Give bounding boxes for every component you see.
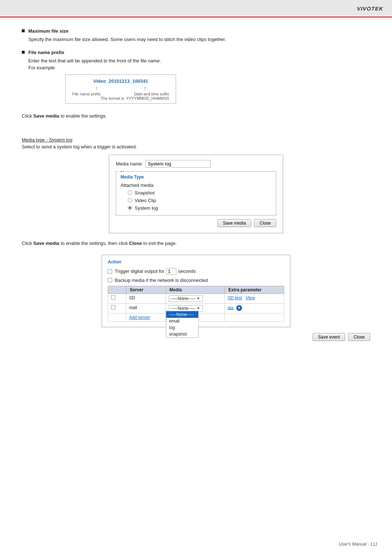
trigger-checkbox[interactable]: [108, 269, 112, 274]
mail-server-cell: mail: [126, 303, 166, 313]
action-legend: Action: [108, 259, 284, 264]
info-icon[interactable]: ▼: [236, 305, 242, 311]
save-event-button[interactable]: Save event: [313, 333, 345, 341]
arrow-up-right: ↑: [144, 85, 146, 91]
file-name-prefix-title: File name prefix: [28, 50, 64, 55]
save-instruction-1: Click Save media to enable the settings.: [22, 113, 370, 119]
action-box: Action Trigger digital output for second…: [102, 255, 290, 327]
media-type-desc: Select to send a system log when a trigg…: [22, 144, 370, 149]
media-type-fieldset: — Media Type Attached media: Snapshot Vi…: [116, 171, 276, 216]
brand-logo: VIVOTEK: [357, 5, 383, 12]
trigger-input[interactable]: [166, 268, 176, 275]
fieldset-title: Media Type: [121, 175, 271, 180]
sd-media-value: -----None-----: [171, 296, 196, 301]
radio-snapshot[interactable]: [128, 190, 132, 195]
max-file-size-section: Maximum file size Specify the maximum fi…: [22, 28, 370, 43]
trigger-label: Trigger digital output for: [115, 268, 164, 274]
media-type-section: Media type - System log Select to send a…: [22, 137, 370, 149]
footer-text: User's Manual - 111: [339, 542, 377, 547]
radio-snapshot-label: Snapshot: [135, 190, 155, 196]
header: VIVOTEK: [0, 0, 392, 17]
col-server: Server: [126, 286, 166, 294]
table-header-row: Server Media Extra parameter: [108, 286, 284, 294]
arrow-up-left: ↑: [95, 85, 98, 91]
radio-systemlog[interactable]: [128, 206, 132, 210]
trigger-row: Trigger digital output for seconds: [108, 268, 284, 275]
example-filename: Video_20101213_100341: [72, 78, 169, 84]
trigger-unit: seconds: [178, 268, 196, 274]
media-name-label: Media name:: [116, 161, 143, 167]
dropdown-email-option[interactable]: email: [166, 318, 198, 324]
mail-select-arrow: ▼: [196, 306, 200, 310]
sd-server-cell: SD: [126, 294, 166, 303]
radio-videoclip[interactable]: [128, 198, 132, 202]
bullet-icon: [22, 51, 25, 54]
sd-select-arrow: ▼: [196, 296, 200, 300]
backup-label: Backup media if the network is disconnec…: [115, 278, 208, 283]
mail-media-cell: -----None----- ▼ -----None----- email lo…: [166, 303, 224, 313]
sd-check-cell: [108, 294, 126, 303]
media-name-row: Media name:: [116, 160, 276, 168]
sd-checkbox[interactable]: [111, 295, 115, 300]
bullet-icon: [22, 29, 25, 32]
file-name-prefix-desc1: Enter the text that will be appended to …: [28, 57, 370, 65]
label-file-name-prefix: File name prefix: [72, 92, 101, 100]
footer: User's Manual - 111: [339, 542, 377, 547]
save-media-bold-2: Save media: [33, 241, 60, 246]
backup-row: Backup media if the network is disconnec…: [108, 278, 284, 283]
mail-check-cell: [108, 303, 126, 313]
label-date-time-suffix: Date and time suffixThe format is: YYYYM…: [101, 92, 169, 100]
dialog-close-button[interactable]: Close: [254, 219, 276, 227]
dropdown-snapshot-option[interactable]: snapshot: [166, 331, 198, 337]
content: Maximum file size Specify the maximum fi…: [0, 17, 392, 356]
dialog-buttons: Save media Close: [116, 219, 276, 227]
sd-media-select[interactable]: -----None----- ▼: [169, 295, 203, 302]
save-instruction-text: to enable the settings.: [61, 113, 107, 119]
file-name-prefix-bullet: File name prefix: [22, 50, 370, 55]
close-bold: Close: [129, 241, 142, 246]
file-name-prefix-desc2: For example:: [28, 64, 370, 71]
dropdown-none-option[interactable]: -----None-----: [166, 311, 198, 318]
sd-media-cell: -----None----- ▼: [166, 294, 224, 303]
radio-snapshot-row: Snapshot: [128, 190, 271, 196]
action-table: Server Media Extra parameter SD: [108, 286, 284, 322]
example-box: Video_20101213_100341 ↑ ↑ File name pref…: [65, 74, 176, 104]
max-file-size-title: Maximum file size: [28, 28, 69, 34]
save-media-bold-1: Save media: [33, 113, 60, 119]
example-arrows: ↑ ↑: [72, 85, 169, 91]
example-labels: File name prefix Date and time suffixThe…: [72, 92, 169, 100]
sd-view-link[interactable]: View: [246, 295, 255, 300]
media-name-input[interactable]: [145, 160, 211, 168]
radio-systemlog-label: System log: [135, 205, 158, 211]
add-server-cell: Add server: [126, 313, 166, 321]
sd-test-link[interactable]: SD test: [228, 295, 242, 300]
backup-checkbox[interactable]: [108, 278, 112, 282]
save-close-instruction: Click Save media to enable the settings,…: [22, 241, 370, 246]
file-name-prefix-section: File name prefix Enter the text that wil…: [22, 50, 370, 107]
add-server-link[interactable]: Add server: [129, 315, 150, 320]
table-row-sd: SD -----None----- ▼ SD test View: [108, 294, 284, 303]
radio-systemlog-row: System log: [128, 205, 271, 211]
media-type-heading: Media type - System log: [22, 137, 370, 143]
col-media: Media: [166, 286, 224, 294]
attached-label: Attached media:: [121, 182, 271, 188]
page: VIVOTEK Maximum file size Specify the ma…: [0, 0, 392, 554]
radio-videoclip-label: Video Clip: [135, 198, 156, 203]
mail-dropdown-popup[interactable]: -----None----- email log snapshot: [166, 311, 199, 338]
save-media-button[interactable]: Save media: [217, 219, 251, 227]
col-select: [108, 286, 126, 294]
dropdown-log-option[interactable]: log: [166, 324, 198, 331]
mail-dia-link[interactable]: dia: [228, 305, 233, 310]
table-row-mail: mail -----None----- ▼ -----None----- ema…: [108, 303, 284, 313]
add-server-check-cell: [108, 313, 126, 321]
max-file-size-bullet: Maximum file size: [22, 28, 370, 34]
sd-extra-cell: SD test View: [225, 294, 284, 303]
add-extra-cell: [225, 313, 284, 321]
action-close-button[interactable]: Close: [348, 333, 370, 341]
mail-checkbox[interactable]: [111, 305, 115, 309]
radio-videoclip-row: Video Clip: [128, 198, 271, 203]
mail-media-value: -----None-----: [171, 306, 196, 311]
mail-extra-cell: dia ▼: [225, 303, 284, 313]
fieldset-legend: —: [118, 169, 126, 174]
col-extra: Extra parameter: [225, 286, 284, 294]
